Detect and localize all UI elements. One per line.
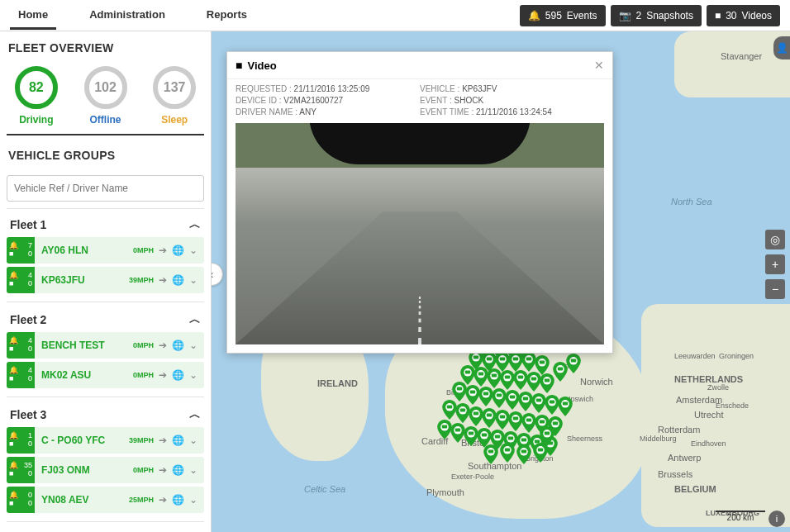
map-label-ireland: IRELAND — [317, 378, 358, 388]
map-pin[interactable] — [565, 354, 582, 373]
svg-rect-81 — [482, 433, 487, 436]
ring-sleep[interactable]: 137 Sleep — [145, 66, 204, 126]
tab-reports[interactable]: Reports — [198, 2, 255, 30]
svg-rect-9 — [474, 355, 478, 359]
ring-driving[interactable]: 82 Driving — [7, 66, 66, 126]
search-input[interactable] — [7, 175, 204, 202]
svg-rect-65 — [500, 415, 505, 418]
collapse-sidebar-button[interactable]: ‹ — [212, 263, 223, 286]
vehicle-row[interactable]: 🔔7■0AY06 HLN0MPH➔🌐⌄ — [7, 237, 204, 264]
map[interactable]: IRELAND NETHERLANDS BELGIUM LUXEMBOURG C… — [212, 31, 790, 532]
vehicle-row[interactable]: 🔔4■0BENCH TEST0MPH➔🌐⌄ — [7, 332, 204, 359]
svg-rect-55 — [563, 401, 568, 405]
vehicle-badge: 🔔4■0 — [7, 332, 35, 359]
svg-rect-57 — [447, 405, 452, 408]
zoom-out-button[interactable]: − — [765, 279, 785, 299]
svg-rect-63 — [487, 413, 492, 416]
ring-offline[interactable]: 102 Offline — [76, 66, 136, 126]
vehicle-groups-title: VEHICLE GROUPS — [7, 139, 204, 169]
locate-button[interactable]: ◎ — [765, 230, 785, 249]
tab-administration[interactable]: Administration — [81, 2, 174, 30]
svg-rect-19 — [540, 360, 545, 363]
vehicle-row[interactable]: 🔔1■0C - PO60 YFC39MPH➔🌐⌄ — [7, 427, 204, 454]
group-name: Fleet 2 — [10, 313, 46, 326]
camera-icon: ■ — [9, 500, 13, 508]
svg-rect-77 — [455, 428, 460, 431]
svg-rect-43 — [483, 392, 488, 395]
zoom-in-button[interactable]: + — [765, 254, 785, 274]
vehicle-row[interactable]: 🔔4■0KP63JFU39MPH➔🌐⌄ — [7, 267, 204, 293]
chevron-down-icon[interactable]: ⌄ — [189, 274, 198, 286]
svg-rect-51 — [536, 398, 541, 401]
map-pin[interactable] — [557, 397, 573, 416]
arrow-icon[interactable]: ➔ — [159, 369, 167, 381]
map-pin[interactable] — [499, 443, 516, 463]
globe-icon[interactable]: 🌐 — [172, 274, 184, 286]
svg-rect-49 — [523, 397, 528, 400]
arrow-icon[interactable]: ➔ — [159, 464, 167, 476]
videocam-icon: ■ — [236, 59, 242, 72]
svg-rect-61 — [474, 411, 478, 415]
videos-button[interactable]: ■ 30 Videos — [707, 5, 780, 26]
group-name: Fleet 1 — [10, 218, 46, 231]
svg-rect-83 — [495, 435, 500, 438]
fleet-overview: 82 Driving 102 Offline 137 Sleep — [7, 61, 204, 135]
chevron-up-icon: ︿ — [189, 312, 201, 327]
vehicle-row[interactable]: 🔔0■0YN08 AEV25MPH➔🌐⌄ — [7, 487, 204, 513]
svg-rect-101 — [545, 431, 550, 435]
globe-icon[interactable]: 🌐 — [172, 464, 184, 476]
group-header[interactable]: Fleet 1︿ — [7, 209, 204, 237]
camera-icon: ■ — [9, 280, 13, 288]
arrow-icon[interactable]: ➔ — [159, 494, 167, 506]
chevron-down-icon[interactable]: ⌄ — [189, 245, 198, 256]
globe-icon[interactable]: 🌐 — [172, 369, 184, 381]
svg-rect-23 — [478, 372, 483, 375]
dashcam-frame — [236, 123, 604, 344]
vehicle-row[interactable]: 🔔4■0MK02 ASU0MPH➔🌐⌄ — [7, 362, 204, 388]
arrow-icon[interactable]: ➔ — [159, 274, 167, 286]
svg-rect-37 — [571, 359, 576, 362]
chevron-down-icon[interactable]: ⌄ — [189, 369, 198, 381]
globe-icon[interactable]: 🌐 — [172, 494, 184, 506]
map-label-northsea: North Sea — [671, 197, 712, 207]
svg-rect-41 — [470, 390, 475, 393]
map-pin[interactable] — [483, 444, 499, 464]
map-pin[interactable] — [516, 444, 532, 464]
arrow-icon[interactable]: ➔ — [159, 340, 167, 351]
group-header[interactable]: Fleet 2︿ — [7, 304, 204, 332]
events-button[interactable]: 🔔 595 Events — [520, 5, 606, 26]
snapshots-button[interactable]: 📷 2 Snapshots — [611, 5, 702, 26]
svg-rect-17 — [526, 357, 531, 360]
vehicle-speed: 39MPH — [129, 267, 159, 293]
vehicle-name: YN08 AEV — [35, 487, 129, 513]
close-icon[interactable]: ✕ — [594, 59, 604, 72]
vehicle-badge: 🔔35■0 — [7, 457, 35, 483]
vehicle-name: BENCH TEST — [35, 332, 133, 359]
vehicle-group: Fleet 3︿🔔1■0C - PO60 YFC39MPH➔🌐⌄🔔35■0FJ0… — [7, 399, 204, 522]
svg-rect-87 — [521, 438, 526, 441]
camera-icon: ■ — [9, 440, 13, 449]
chevron-down-icon[interactable]: ⌄ — [189, 340, 198, 351]
tab-home[interactable]: Home — [10, 2, 56, 30]
chevron-down-icon[interactable]: ⌄ — [189, 494, 198, 506]
chevron-down-icon[interactable]: ⌄ — [189, 464, 198, 476]
globe-icon[interactable]: 🌐 — [172, 340, 184, 351]
globe-icon[interactable]: 🌐 — [172, 245, 184, 256]
arrow-icon[interactable]: ➔ — [159, 245, 167, 256]
map-label-belgium: BELGIUM — [674, 484, 716, 494]
group-header[interactable]: Fleet 3︿ — [7, 399, 204, 427]
user-icon[interactable]: 👤 — [773, 36, 790, 59]
arrow-icon[interactable]: ➔ — [159, 435, 167, 446]
map-label-brussels: Brussels — [658, 469, 692, 479]
map-pin[interactable] — [539, 426, 555, 446]
chevron-down-icon[interactable]: ⌄ — [189, 435, 198, 446]
info-icon[interactable]: i — [769, 511, 785, 527]
vehicle-row[interactable]: 🔔35■0FJ03 ONM0MPH➔🌐⌄ — [7, 457, 204, 483]
globe-icon[interactable]: 🌐 — [172, 435, 184, 446]
svg-rect-75 — [442, 425, 447, 428]
svg-rect-59 — [460, 408, 465, 411]
group-name: Fleet 3 — [10, 408, 46, 421]
map-label-enschede: Enschede — [716, 401, 749, 410]
map-label-sheerness: Sheerness — [567, 435, 602, 443]
vehicle-badge: 🔔1■0 — [7, 427, 35, 454]
